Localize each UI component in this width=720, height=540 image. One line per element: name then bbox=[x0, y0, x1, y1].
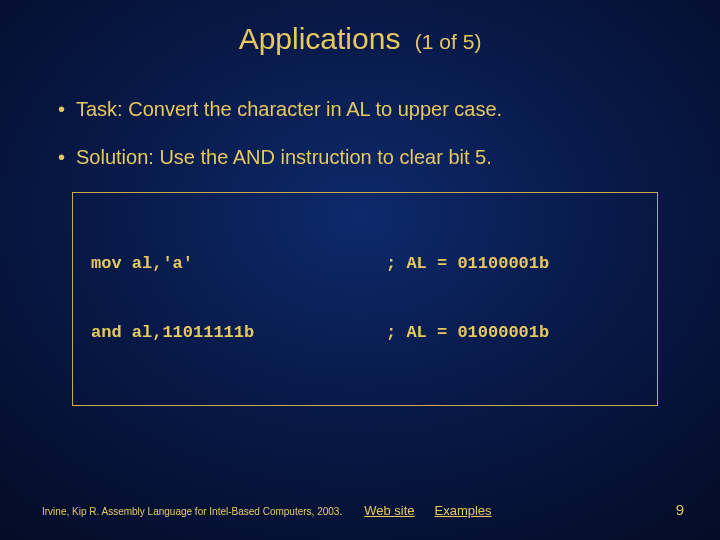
footer: Irvine, Kip R. Assembly Language for Int… bbox=[0, 501, 720, 518]
bullet-item: Task: Convert the character in AL to upp… bbox=[76, 96, 658, 122]
slide-title: Applications bbox=[239, 22, 401, 55]
slide-subtitle: (1 of 5) bbox=[415, 30, 482, 53]
code-instruction: mov al,'a' bbox=[91, 253, 386, 276]
code-line: mov al,'a' ; AL = 01100001b bbox=[91, 253, 639, 276]
code-block: mov al,'a' ; AL = 01100001b and al,11011… bbox=[72, 192, 658, 406]
slide: Applications (1 of 5) Task: Convert the … bbox=[0, 0, 720, 540]
title-row: Applications (1 of 5) bbox=[32, 22, 688, 56]
examples-link[interactable]: Examples bbox=[435, 503, 492, 518]
code-line: and al,11011111b ; AL = 01000001b bbox=[91, 322, 639, 345]
page-number: 9 bbox=[676, 501, 684, 518]
code-comment: ; AL = 01000001b bbox=[386, 322, 639, 345]
citation-text: Irvine, Kip R. Assembly Language for Int… bbox=[42, 506, 342, 517]
bullet-item: Solution: Use the AND instruction to cle… bbox=[76, 144, 658, 170]
bullet-list: Task: Convert the character in AL to upp… bbox=[32, 96, 688, 170]
website-link[interactable]: Web site bbox=[364, 503, 414, 518]
code-comment: ; AL = 01100001b bbox=[386, 253, 639, 276]
code-instruction: and al,11011111b bbox=[91, 322, 386, 345]
